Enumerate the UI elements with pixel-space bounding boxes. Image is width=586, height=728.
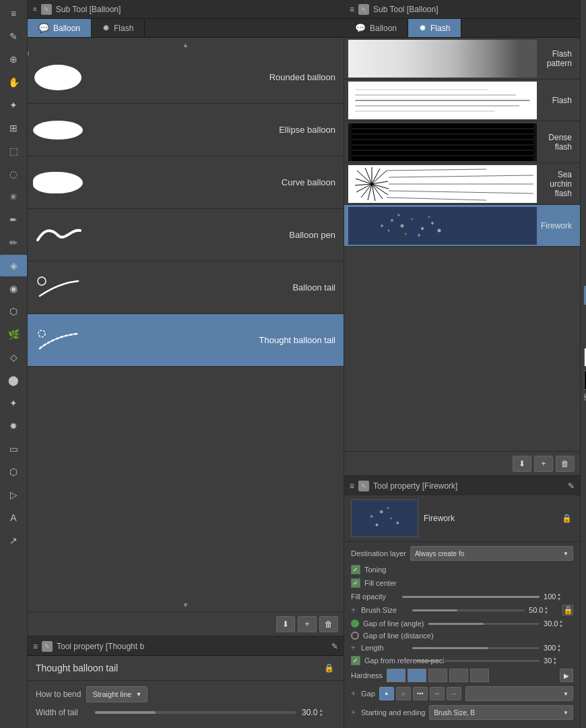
hardness-swatch-4[interactable] bbox=[449, 669, 468, 682]
lock-icon[interactable]: 🔒 bbox=[322, 661, 335, 675]
mini-star-icon[interactable]: ✦ bbox=[584, 245, 586, 264]
mini-color-black[interactable] bbox=[584, 371, 586, 390]
right-toolbar-delete-btn[interactable]: 🗑 bbox=[556, 456, 575, 472]
flash-item-dense[interactable]: Dense flash bbox=[344, 121, 580, 163]
length-plus[interactable]: + bbox=[351, 643, 356, 653]
mini-balloon-icon[interactable]: ⬡ bbox=[584, 286, 586, 305]
sidebar-icon-balloon[interactable]: ⬡ bbox=[0, 461, 27, 483]
mini-text-icon[interactable]: A bbox=[584, 326, 586, 345]
toning-checkbox[interactable]: ✓ bbox=[351, 565, 360, 574]
length-spin[interactable]: ▲▼ bbox=[556, 643, 561, 653]
mini-color-white[interactable] bbox=[584, 348, 586, 367]
how-to-bend-dropdown[interactable]: Straight line ▼ bbox=[86, 686, 148, 702]
gap-angle-spin[interactable]: ▲▼ bbox=[558, 619, 563, 628]
sidebar-icon-move[interactable]: ✦ bbox=[0, 94, 27, 116]
tool-item-curve[interactable]: Curve balloon bbox=[28, 156, 344, 209]
sidebar-icon-gradient[interactable]: ⬡ bbox=[0, 301, 27, 322]
opacity-spin[interactable]: ▲▼ bbox=[556, 592, 561, 601]
gap-ref-checkbox[interactable]: ✓ bbox=[351, 656, 360, 665]
sidebar-icon-grass[interactable]: 🌿 bbox=[0, 324, 27, 345]
right-toolbar-add-btn[interactable]: + bbox=[534, 456, 553, 472]
gap-icon-dots-sm[interactable]: ••• bbox=[413, 687, 428, 700]
hardness-swatch-5[interactable] bbox=[470, 669, 489, 682]
brush-size-lock-btn[interactable]: 🔒 bbox=[562, 605, 573, 615]
sidebar-icon-arrow[interactable]: ▷ bbox=[0, 484, 27, 506]
sidebar-icon-pen[interactable]: ✎ bbox=[0, 26, 27, 47]
prop-header-menu[interactable]: ≡ bbox=[33, 642, 38, 651]
mini-arrow-icon[interactable]: ▷ bbox=[584, 306, 586, 325]
mini-flash-icon[interactable]: ✸ bbox=[584, 266, 586, 284]
hardness-more-btn[interactable]: ▶ bbox=[560, 669, 573, 682]
mini-pencil-icon[interactable]: ✏ bbox=[584, 144, 586, 163]
brush-size-plus[interactable]: + bbox=[351, 605, 356, 615]
tool-item-tail[interactable]: Balloon tail bbox=[28, 262, 344, 314]
gap-angle-slider[interactable] bbox=[428, 623, 540, 625]
tab-flash[interactable]: ✸ Flash bbox=[92, 19, 145, 37]
gap-ref-slider[interactable] bbox=[416, 660, 540, 662]
hardness-swatch-2[interactable] bbox=[408, 669, 426, 682]
gap-icon-solid[interactable]: ● bbox=[379, 687, 394, 700]
scroll-up-arrow[interactable]: ▲ bbox=[28, 38, 344, 51]
flash-item-firework[interactable]: Firework bbox=[344, 205, 580, 247]
gap-plus[interactable]: + bbox=[351, 689, 356, 698]
mini-move-icon[interactable]: ✦ bbox=[584, 63, 586, 82]
sidebar-icon-pencil[interactable]: ✏ bbox=[0, 232, 27, 253]
mini-fill-icon[interactable]: ◉ bbox=[584, 185, 586, 204]
destination-layer-dropdown[interactable]: Always create fo ▼ bbox=[410, 546, 573, 561]
sidebar-icon-lasso[interactable]: ◌ bbox=[0, 163, 27, 185]
gap-distance-radio[interactable] bbox=[351, 632, 359, 640]
fill-center-checkbox[interactable]: ✓ bbox=[351, 578, 360, 588]
fill-opacity-slider[interactable] bbox=[402, 596, 540, 598]
tool-item-ellipse[interactable]: Ellipse balloon bbox=[28, 104, 344, 156]
scroll-down-arrow[interactable]: ▼ bbox=[28, 598, 344, 611]
sidebar-icon-hand[interactable]: ✋ bbox=[0, 71, 27, 93]
width-spin-arrows[interactable]: ▲▼ bbox=[319, 708, 323, 717]
right-toolbar-download-btn[interactable]: ⬇ bbox=[513, 456, 531, 472]
sidebar-icon-star[interactable]: ✦ bbox=[0, 392, 27, 414]
starting-plus[interactable]: + bbox=[351, 708, 356, 717]
sidebar-icon-blend[interactable]: ⬤ bbox=[0, 369, 27, 391]
flash-item-sea[interactable]: Sea urchin flash bbox=[344, 163, 580, 205]
mini-grid-icon[interactable]: ⊞ bbox=[584, 43, 586, 62]
mini-eraser-icon[interactable]: ◇ bbox=[584, 225, 586, 244]
brush-size-slider[interactable] bbox=[412, 609, 525, 611]
length-slider[interactable] bbox=[412, 647, 540, 649]
toolbar-add-btn[interactable]: + bbox=[298, 616, 317, 632]
right-prop-edit-icon[interactable]: ✎ bbox=[568, 481, 575, 491]
brush-size-spin[interactable]: ▲▼ bbox=[544, 605, 548, 615]
sidebar-icon-eyedrop[interactable]: ✒ bbox=[0, 209, 27, 231]
tab-balloon[interactable]: 💬 Balloon bbox=[28, 19, 92, 37]
flash-item-flash[interactable]: Flash bbox=[344, 80, 580, 121]
toolbar-download-btn[interactable]: ⬇ bbox=[276, 616, 295, 632]
right-tab-flash[interactable]: ✸ Flash bbox=[408, 19, 461, 37]
sidebar-icon-search[interactable]: ⊕ bbox=[0, 49, 27, 70]
tool-item-pen[interactable]: Balloon pen bbox=[28, 209, 344, 262]
starting-ending-dropdown[interactable]: Brush Size, B ▼ bbox=[429, 705, 573, 720]
sidebar-icon-brush[interactable]: ◈ bbox=[0, 255, 27, 276]
sidebar-icon-fill[interactable]: ◉ bbox=[0, 278, 27, 299]
sidebar-icon-eraser[interactable]: ◇ bbox=[0, 346, 27, 368]
gap-angle-radio[interactable] bbox=[351, 619, 359, 628]
gap-icon-dots-md[interactable]: ◦◦ bbox=[430, 687, 445, 700]
sidebar-icon-frame[interactable]: ▭ bbox=[0, 438, 27, 460]
sidebar-icon-transform[interactable]: ⊞ bbox=[0, 117, 27, 139]
gap-icon-circle[interactable]: ○ bbox=[396, 687, 411, 700]
gap-icon-dots-lg[interactable]: ∙∙∙ bbox=[447, 687, 461, 700]
toolbar-delete-btn[interactable]: 🗑 bbox=[319, 616, 338, 632]
sidebar-icon-flash[interactable]: ✸ bbox=[0, 415, 27, 437]
hardness-swatch-1[interactable] bbox=[387, 669, 405, 682]
right-lock-icon[interactable]: 🔒 bbox=[560, 512, 573, 525]
hardness-swatch-3[interactable] bbox=[428, 669, 447, 682]
left-panel-menu-icon[interactable]: ≡ bbox=[33, 5, 37, 13]
tool-item-rounded[interactable]: Rounded balloon bbox=[28, 51, 344, 104]
tool-item-thought[interactable]: Thought balloon tail bbox=[28, 314, 344, 367]
mini-hand-icon[interactable]: ✋ bbox=[584, 23, 586, 42]
sidebar-icon-rect-select[interactable]: ⬚ bbox=[0, 140, 27, 162]
gap-ref-spin[interactable]: ▲▼ bbox=[552, 656, 557, 665]
width-slider-track[interactable] bbox=[95, 711, 296, 714]
sidebar-icon-magic[interactable]: ✳ bbox=[0, 186, 27, 208]
flash-item-pattern[interactable]: Flash pattern bbox=[344, 38, 580, 80]
sidebar-icon-text[interactable]: A bbox=[0, 507, 27, 528]
mini-gradient-icon[interactable]: ⬡ bbox=[584, 205, 586, 224]
right-panel-menu[interactable]: ≡ bbox=[350, 5, 354, 14]
